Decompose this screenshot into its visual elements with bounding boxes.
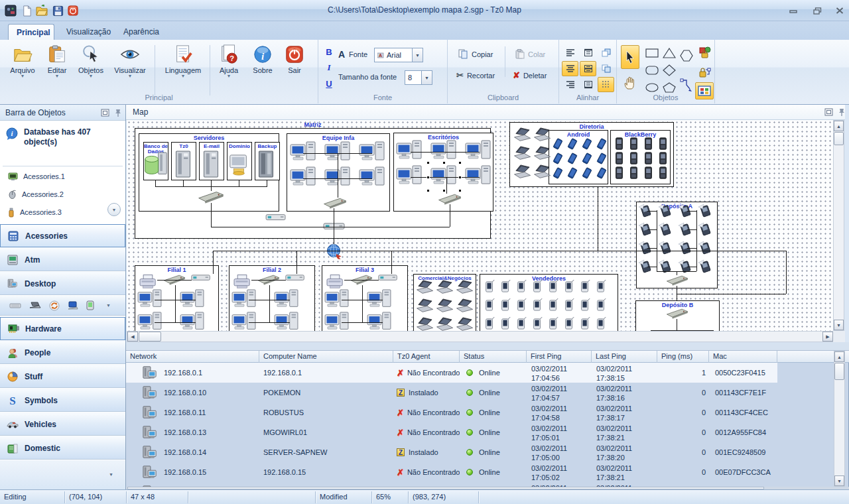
- pc-icon[interactable]: [465, 140, 491, 162]
- pda-icon[interactable]: [515, 298, 527, 312]
- selection-handle[interactable]: [426, 189, 430, 192]
- laptop-small-icon[interactable]: [29, 302, 41, 309]
- keyboard-icon[interactable]: [9, 302, 21, 309]
- tab-icon[interactable]: [581, 137, 593, 151]
- laptop-icon[interactable]: [436, 279, 454, 295]
- tab-aparencia[interactable]: Aparência: [115, 24, 164, 40]
- pda-icon[interactable]: [531, 298, 543, 312]
- table-row[interactable]: 192.168.0.13 MGOWIRL01 ✗Não Encontrado O…: [126, 422, 777, 442]
- pda-icon[interactable]: [499, 279, 511, 294]
- scroll-thumb[interactable]: [139, 332, 161, 342]
- bb-icon[interactable]: [643, 166, 653, 180]
- pc-icon[interactable]: [324, 312, 350, 331]
- font-size-select[interactable]: 8: [405, 70, 422, 85]
- sidebar-item-people[interactable]: People: [0, 341, 125, 364]
- col-network[interactable]: Network: [126, 351, 259, 363]
- ajuda-button[interactable]: Ajuda▼: [214, 43, 244, 78]
- colar-button[interactable]: Colar: [515, 49, 545, 59]
- triangle-shape-icon[interactable]: [661, 45, 677, 60]
- sidebar-item-domestic[interactable]: Domestic: [0, 436, 125, 460]
- scroll-objects-down-icon[interactable]: ▼: [107, 203, 121, 216]
- pda-icon[interactable]: [499, 298, 511, 312]
- pc-icon[interactable]: [359, 166, 385, 189]
- arquivo-button[interactable]: Arquivo▼: [5, 43, 40, 78]
- sidebar-item-desktop[interactable]: Desktop: [0, 272, 125, 295]
- bb-icon[interactable]: [658, 152, 668, 165]
- font-family-dropdown-arrow[interactable]: ▼: [413, 48, 423, 62]
- switch-icon[interactable]: [197, 190, 225, 204]
- server2-icon[interactable]: [255, 151, 277, 178]
- bb-icon[interactable]: [643, 152, 653, 165]
- object-item[interactable]: Acessories.3: [8, 204, 107, 220]
- tab-icon[interactable]: [566, 152, 578, 165]
- col-lastping[interactable]: Last Ping: [592, 351, 657, 363]
- pc-icon[interactable]: [367, 312, 392, 331]
- pda-icon[interactable]: [484, 298, 495, 312]
- align-right-icon[interactable]: [562, 77, 578, 92]
- pda-icon[interactable]: [531, 279, 543, 294]
- pc-icon[interactable]: [359, 141, 385, 164]
- printer-icon[interactable]: [139, 273, 157, 289]
- tab-icon[interactable]: [596, 166, 608, 180]
- sync-icon[interactable]: [49, 300, 60, 311]
- switch-icon[interactable]: [664, 308, 690, 319]
- scan-icon[interactable]: [697, 241, 713, 255]
- scroll-up-icon[interactable]: ▲: [834, 121, 844, 131]
- table-row[interactable]: 192.168.0.10 POKEMON ZInstalado Online 0…: [126, 383, 777, 403]
- scan-icon[interactable]: [697, 259, 713, 274]
- col-mac[interactable]: Mac: [709, 351, 777, 363]
- rectangle-shape-icon[interactable]: [643, 45, 660, 60]
- bb-icon[interactable]: [614, 152, 624, 165]
- pda-icon[interactable]: [579, 298, 591, 312]
- minimize-icon[interactable]: [785, 5, 801, 16]
- desktop-more-icon[interactable]: ▼: [106, 303, 111, 308]
- new-file-icon[interactable]: [20, 4, 33, 17]
- restore-icon[interactable]: [809, 5, 825, 16]
- scan-icon[interactable]: [657, 204, 673, 218]
- tab-principal[interactable]: Principal: [8, 24, 54, 40]
- bb-icon[interactable]: [629, 152, 639, 165]
- col-ping[interactable]: Ping (ms): [657, 351, 709, 363]
- pc-icon[interactable]: [274, 312, 299, 331]
- editar-button[interactable]: Editar▼: [41, 43, 73, 78]
- laptop-icon[interactable]: [513, 145, 532, 161]
- laptop-icon[interactable]: [513, 127, 532, 143]
- modem-icon[interactable]: [285, 273, 305, 283]
- pda-icon[interactable]: [515, 279, 527, 294]
- objetos-button[interactable]: Objetos▼: [74, 43, 107, 78]
- switch-icon[interactable]: [322, 197, 348, 209]
- tab-icon[interactable]: [566, 166, 578, 180]
- exit-app-icon[interactable]: [66, 4, 80, 17]
- italic-button[interactable]: I: [322, 61, 336, 74]
- select-cursor-icon[interactable]: [621, 45, 639, 69]
- pentagon-shape-icon[interactable]: [661, 80, 677, 95]
- laptop-icon[interactable]: [456, 298, 474, 314]
- panel-splitter[interactable]: [126, 342, 849, 351]
- sidebar-item-vehicles[interactable]: Vehicles: [0, 412, 125, 436]
- lock-objects-icon[interactable]: [696, 44, 714, 61]
- font-size-dropdown-arrow[interactable]: ▼: [422, 70, 432, 85]
- bb-icon[interactable]: [629, 166, 639, 180]
- pc-icon[interactable]: [430, 140, 457, 162]
- visualizar-button[interactable]: Visualizar▼: [109, 43, 151, 78]
- table-row[interactable]: 192.168.0.16 ISILDUR ✗Não Encontrado Onl…: [126, 482, 777, 487]
- scroll-thumb[interactable]: [834, 363, 844, 380]
- align-middle-icon[interactable]: [580, 61, 596, 76]
- panel-restore-icon[interactable]: [824, 107, 834, 117]
- globe-icon[interactable]: [326, 243, 342, 259]
- bb-icon[interactable]: [643, 137, 653, 151]
- printer-icon[interactable]: [326, 273, 344, 289]
- scan-icon[interactable]: [657, 222, 673, 237]
- pda-icon[interactable]: [499, 316, 511, 331]
- scan-icon[interactable]: [697, 222, 713, 237]
- laptop-icon[interactable]: [533, 164, 552, 180]
- object-item[interactable]: Acessories.2: [8, 186, 107, 202]
- map-canvas[interactable]: Matriz Servidores Banco de Dados Tz0 E-m…: [127, 120, 833, 331]
- switch-icon[interactable]: [436, 193, 464, 205]
- ellipse-shape-icon[interactable]: [643, 80, 660, 95]
- pin-icon[interactable]: [113, 108, 123, 117]
- switch-icon[interactable]: [664, 275, 690, 286]
- server-icon[interactable]: [173, 151, 193, 178]
- laptop-icon[interactable]: [533, 145, 552, 161]
- font-family-select[interactable]: AArial: [374, 48, 413, 62]
